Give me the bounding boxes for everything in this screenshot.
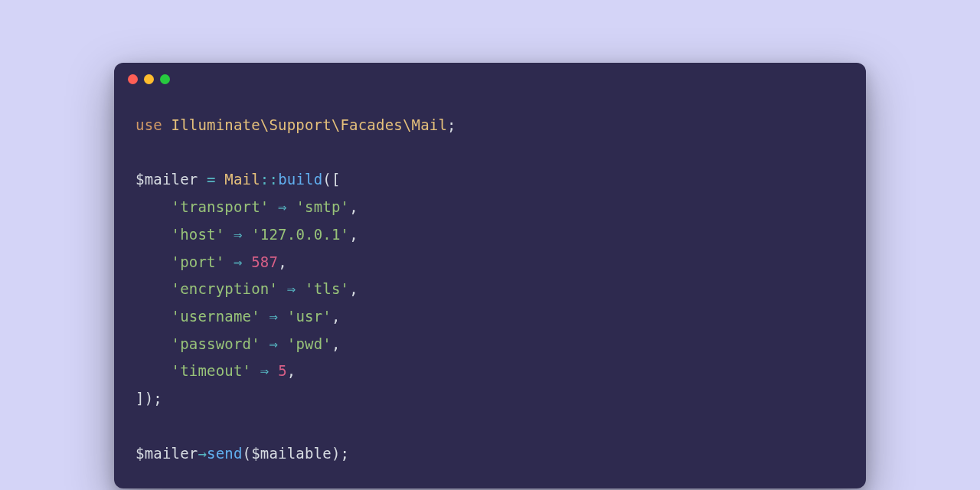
val-port: 587 bbox=[251, 253, 278, 270]
semicolon: ; bbox=[447, 116, 456, 133]
key-host: 'host' bbox=[172, 226, 225, 243]
arrow: ⇒ bbox=[278, 198, 287, 215]
open-bracket: ([ bbox=[322, 171, 340, 188]
key-username: 'username' bbox=[172, 308, 260, 325]
comma: , bbox=[332, 308, 341, 325]
val-encryption: 'tls' bbox=[305, 280, 349, 297]
comma: , bbox=[278, 253, 287, 270]
key-encryption: 'encryption' bbox=[172, 280, 279, 297]
val-password: 'pwd' bbox=[287, 335, 332, 352]
class-mail: Mail bbox=[224, 171, 260, 188]
indent bbox=[136, 335, 172, 352]
indent bbox=[136, 308, 172, 325]
fn-build: build bbox=[278, 171, 322, 188]
comma: , bbox=[349, 280, 358, 297]
indent bbox=[136, 280, 172, 297]
code-block: use Illuminate\Support\Facades\Mail; $ma… bbox=[114, 95, 866, 488]
indent bbox=[136, 226, 172, 243]
key-password: 'password' bbox=[172, 335, 260, 352]
rparen-semi: ); bbox=[332, 445, 349, 462]
var-mailable: $mailable bbox=[251, 445, 332, 462]
val-username: 'usr' bbox=[287, 308, 332, 325]
op-scope: :: bbox=[260, 171, 278, 188]
indent bbox=[136, 362, 172, 379]
arrow: ⇒ bbox=[260, 362, 270, 379]
close-icon[interactable] bbox=[128, 74, 138, 84]
minimize-icon[interactable] bbox=[144, 74, 154, 84]
arrow: ⇒ bbox=[269, 308, 278, 325]
val-timeout: 5 bbox=[278, 362, 287, 379]
window-titlebar bbox=[114, 63, 866, 95]
arrow: ⇒ bbox=[287, 280, 296, 297]
lparen: ( bbox=[243, 445, 252, 462]
op-assign: = bbox=[207, 171, 216, 188]
namespace-path: Illuminate\Support\Facades\Mail bbox=[172, 116, 448, 133]
keyword-use: use bbox=[136, 116, 162, 133]
comma: , bbox=[332, 335, 341, 352]
val-transport: 'smtp' bbox=[296, 198, 349, 215]
fn-send: send bbox=[207, 445, 243, 462]
arrow: ⇒ bbox=[234, 226, 243, 243]
code-window: use Illuminate\Support\Facades\Mail; $ma… bbox=[114, 63, 866, 488]
close-bracket: ]); bbox=[136, 390, 162, 407]
comma: , bbox=[349, 198, 358, 215]
var-mailer-call: $mailer bbox=[136, 445, 198, 462]
maximize-icon[interactable] bbox=[160, 74, 170, 84]
var-mailer: $mailer bbox=[136, 171, 198, 188]
comma: , bbox=[349, 226, 358, 243]
comma: , bbox=[287, 362, 296, 379]
arrow: ⇒ bbox=[269, 335, 278, 352]
indent bbox=[136, 253, 172, 270]
key-timeout: 'timeout' bbox=[172, 362, 252, 379]
key-port: 'port' bbox=[172, 253, 225, 270]
method-arrow: → bbox=[198, 445, 207, 462]
arrow: ⇒ bbox=[234, 253, 243, 270]
indent bbox=[136, 198, 172, 215]
key-transport: 'transport' bbox=[172, 198, 270, 215]
val-host: '127.0.0.1' bbox=[251, 226, 349, 243]
